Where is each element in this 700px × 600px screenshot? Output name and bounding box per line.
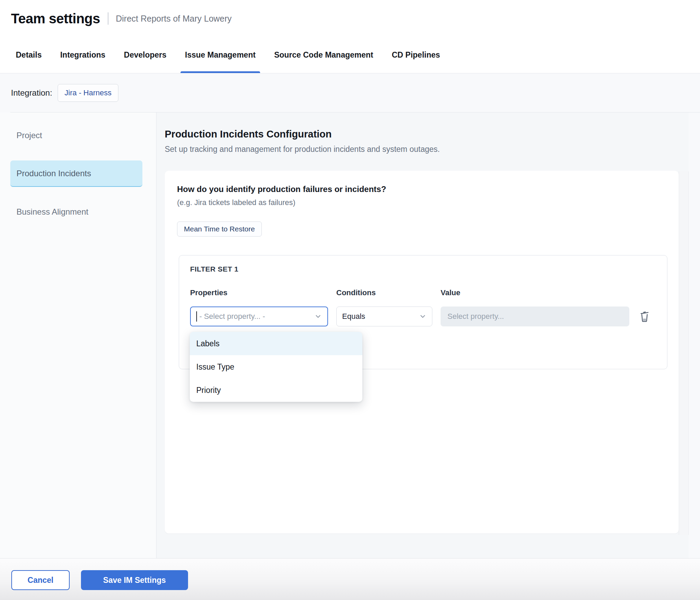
tab-cd-pipelines[interactable]: CD Pipelines: [387, 37, 445, 73]
section-title: Production Incidents Configuration: [165, 129, 689, 140]
page-title: Team settings: [11, 11, 100, 26]
main-panel: Production Incidents Configuration Set u…: [156, 112, 689, 558]
sidebar-item-business-alignment[interactable]: Business Alignment: [0, 201, 156, 223]
filter-controls-row: - Select property... - Equals: [190, 307, 656, 326]
property-dropdown-menu: Labels Issue Type Priority: [190, 332, 362, 402]
tab-integrations[interactable]: Integrations: [56, 37, 110, 73]
cancel-button[interactable]: Cancel: [11, 570, 70, 590]
property-select-placeholder: - Select property... -: [199, 312, 265, 321]
filter-set-card: FILTER SET 1 Properties Conditions Value…: [179, 255, 667, 369]
sidebar-item-production-incidents[interactable]: Production Incidents: [10, 160, 142, 187]
filter-column-labels: Properties Conditions Value: [190, 288, 656, 297]
footer-action-bar: Cancel Save IM Settings: [0, 558, 700, 600]
page-subtitle: Direct Reports of Mary Lowery: [116, 14, 232, 24]
trash-icon: [639, 310, 650, 323]
property-select[interactable]: - Select property... -: [190, 307, 328, 326]
tab-source-code-management[interactable]: Source Code Management: [270, 37, 378, 73]
title-separator: [108, 12, 108, 25]
dropdown-option-labels[interactable]: Labels: [190, 332, 362, 355]
question-hint: (e.g. Jira tickets labeled as failures): [177, 198, 666, 207]
value-input[interactable]: [441, 307, 629, 326]
vertical-scrollbar-track[interactable]: [679, 171, 689, 535]
conditions-column-label: Conditions: [336, 288, 432, 297]
chevron-down-icon: [419, 313, 427, 320]
value-column-label: Value: [441, 288, 629, 297]
dropdown-option-priority[interactable]: Priority: [190, 379, 362, 402]
tab-bar: Details Integrations Developers Issue Ma…: [0, 37, 700, 73]
tab-details[interactable]: Details: [11, 37, 46, 73]
tab-developers[interactable]: Developers: [119, 37, 171, 73]
condition-select-value: Equals: [342, 312, 365, 321]
mean-time-to-restore-chip[interactable]: Mean Time to Restore: [177, 221, 262, 237]
delete-filter-button[interactable]: [638, 308, 651, 325]
page-header: Team settings Direct Reports of Mary Low…: [0, 0, 700, 37]
properties-column-label: Properties: [190, 288, 328, 297]
integration-row: Integration: Jira - Harness: [0, 73, 700, 112]
text-cursor: [196, 311, 197, 322]
save-im-settings-button[interactable]: Save IM Settings: [81, 570, 188, 590]
chevron-down-icon: [314, 313, 322, 320]
filter-set-title: FILTER SET 1: [190, 265, 656, 273]
incidents-config-card: How do you identify production failures …: [165, 171, 679, 533]
question-heading: How do you identify production failures …: [177, 184, 666, 194]
dropdown-option-issue-type[interactable]: Issue Type: [190, 355, 362, 379]
condition-select[interactable]: Equals: [336, 307, 432, 326]
integration-label: Integration:: [11, 88, 52, 98]
settings-sidebar: Project Production Incidents Business Al…: [0, 112, 156, 558]
sidebar-item-project[interactable]: Project: [0, 124, 156, 147]
tab-issue-management[interactable]: Issue Management: [180, 37, 260, 73]
section-description: Set up tracking and management for produ…: [165, 145, 689, 154]
integration-chip[interactable]: Jira - Harness: [58, 84, 118, 102]
